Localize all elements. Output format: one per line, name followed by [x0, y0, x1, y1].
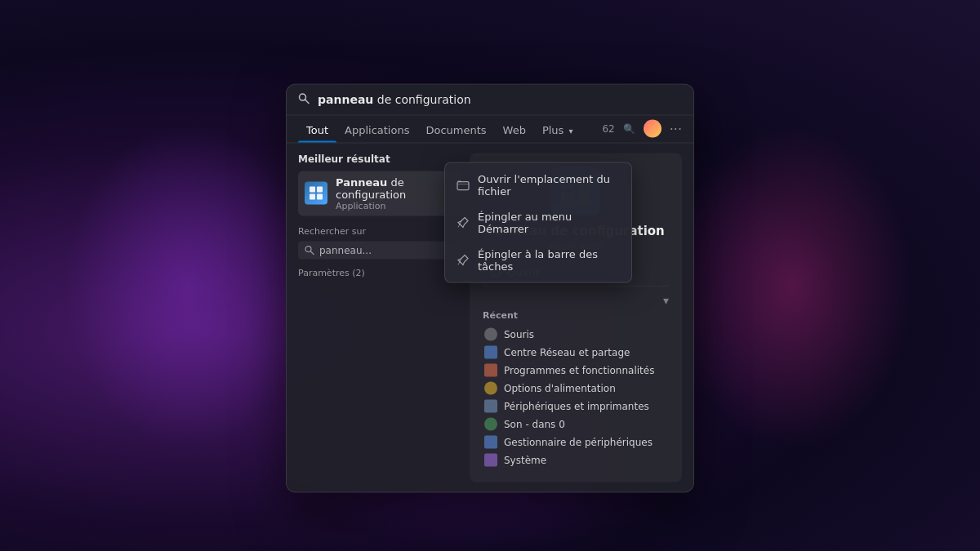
recent-item-text-alimentation: Options d'alimentation — [504, 382, 616, 393]
svg-rect-2 — [310, 187, 315, 193]
recent-item-programmes[interactable]: Programmes et fonctionnalités — [483, 361, 669, 379]
bg-orb-right — [670, 122, 915, 449]
pin-menu-icon — [457, 216, 470, 229]
recent-icon-son — [484, 417, 497, 430]
recent-item-souris[interactable]: Souris — [483, 325, 669, 343]
recent-icon-gestionnaire — [484, 435, 497, 448]
search-bar[interactable]: panneau de configuration — [287, 84, 693, 115]
search-chip-icon — [305, 245, 314, 255]
ctx-epingler-menu[interactable]: Épingler au menu Démarrer — [445, 203, 631, 241]
best-result-type: Application — [336, 200, 455, 211]
recent-icon-programmes — [484, 363, 497, 376]
recent-item-systeme[interactable]: Système — [483, 451, 669, 469]
search-overlay: panneau de configuration Tout Applicatio… — [286, 83, 694, 492]
recent-label: Récent — [483, 309, 669, 320]
app-icon-control-panel-small — [305, 182, 327, 205]
bg-orb-left — [65, 122, 310, 449]
svg-rect-20 — [457, 181, 469, 189]
svg-rect-5 — [317, 194, 323, 200]
ctx-epingler-barre-label: Épingler à la barre des tâches — [478, 247, 620, 272]
svg-line-1 — [305, 100, 310, 104]
best-result-label: Meilleur résultat — [298, 153, 461, 164]
left-panel: Meilleur résultat Panneau de configurati… — [298, 153, 461, 482]
tabs-right: 62 🔍 ··· — [602, 120, 682, 138]
recent-item-text-programmes: Programmes et fonctionnalités — [504, 364, 654, 375]
ctx-epingler-menu-label: Épingler au menu Démarrer — [478, 210, 620, 234]
folder-open-icon — [457, 178, 470, 191]
recent-item-text-son: Son - dans 0 — [504, 418, 565, 429]
search-icon — [298, 92, 310, 106]
context-menu: Ouvrir l'emplacement du fichier Épingler… — [444, 162, 632, 282]
recent-item-centre-reseau[interactable]: Centre Réseau et partage — [483, 343, 669, 361]
recent-item-text-souris: Souris — [504, 328, 534, 340]
tab-plus[interactable]: Plus ▾ — [534, 115, 581, 142]
search-icon-small: 🔍 — [623, 123, 635, 135]
tab-applications[interactable]: Applications — [336, 115, 417, 142]
recent-item-text-peripheriques: Périphériques et imprimantes — [504, 400, 649, 411]
svg-rect-4 — [310, 194, 315, 200]
tabs-row: Tout Applications Documents Web Plus ▾ 6… — [287, 115, 693, 143]
recent-item-son[interactable]: Son - dans 0 — [483, 415, 669, 433]
search-chip[interactable]: panneau... — [298, 241, 461, 259]
search-input[interactable]: panneau de configuration — [318, 93, 682, 106]
recent-icon-systeme — [484, 453, 497, 466]
pin-taskbar-icon — [457, 253, 470, 266]
more-button[interactable]: ··· — [670, 121, 682, 136]
recent-item-gestionnaire[interactable]: Gestionnaire de périphériques — [483, 433, 669, 451]
recent-icon-alimentation — [484, 381, 497, 394]
chevron-down-icon: ▾ — [569, 126, 573, 135]
ctx-ouvrir-emplacement[interactable]: Ouvrir l'emplacement du fichier — [445, 166, 631, 203]
tab-documents[interactable]: Documents — [417, 115, 494, 142]
rechercher-label: Rechercher sur — [298, 225, 461, 236]
best-result-name: Panneau de configuration — [336, 176, 455, 200]
recent-item-text-gestionnaire: Gestionnaire de périphériques — [504, 436, 653, 447]
tab-tout[interactable]: Tout — [298, 115, 336, 142]
svg-rect-3 — [317, 187, 323, 193]
best-result-text: Panneau de configuration Application — [336, 176, 455, 211]
recent-item-alimentation[interactable]: Options d'alimentation — [483, 379, 669, 397]
svg-line-7 — [311, 251, 314, 255]
parametres-label: Paramètres (2) — [298, 267, 461, 278]
result-count: 62 — [602, 123, 614, 135]
svg-point-6 — [305, 246, 311, 251]
ctx-epingler-barre[interactable]: Épingler à la barre des tâches — [445, 241, 631, 278]
recent-icon-peripheriques — [484, 399, 497, 412]
avatar[interactable] — [644, 120, 662, 138]
recent-item-text-systeme: Système — [504, 454, 546, 465]
recent-item-text-centre-reseau: Centre Réseau et partage — [504, 346, 630, 358]
recent-icon-centre-reseau — [484, 345, 497, 358]
ctx-ouvrir-label: Ouvrir l'emplacement du fichier — [478, 172, 620, 197]
recent-icon-souris — [484, 327, 497, 340]
expand-button[interactable]: ▾ — [663, 293, 669, 306]
search-chip-text: panneau... — [319, 244, 372, 256]
tab-web[interactable]: Web — [495, 115, 534, 142]
recent-item-peripheriques[interactable]: Périphériques et imprimantes — [483, 397, 669, 415]
best-result-item[interactable]: Panneau de configuration Application — [298, 171, 461, 216]
